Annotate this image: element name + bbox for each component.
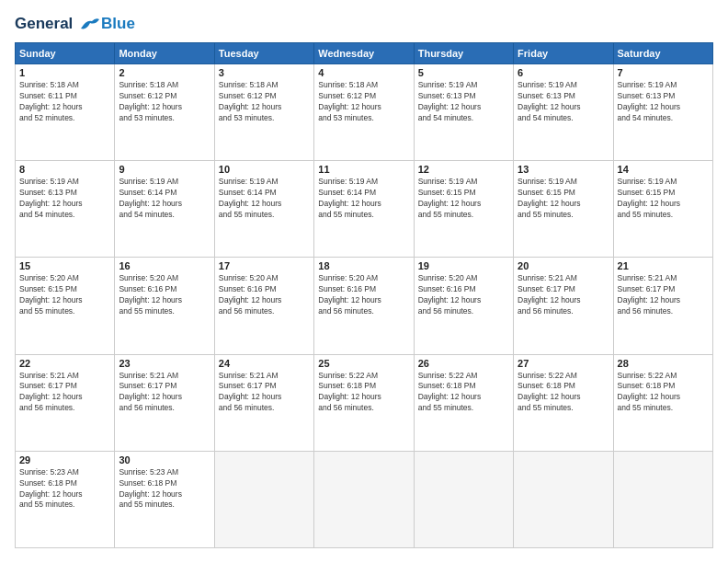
day-info: Sunrise: 5:22 AM Sunset: 6:18 PM Dayligh… [318,371,409,415]
sunrise-label: Sunrise: 5:18 AM [318,80,378,89]
daylight-label: Daylight: 12 hours [119,295,182,304]
sunrise-label: Sunrise: 5:18 AM [219,80,279,89]
daylight-minutes: and 55 minutes. [318,210,373,219]
sunrise-label: Sunrise: 5:20 AM [119,273,178,282]
calendar-day-cell: 26 Sunrise: 5:22 AM Sunset: 6:18 PM Dayl… [414,354,513,451]
sunrise-label: Sunrise: 5:19 AM [418,177,478,186]
logo-text-blue: Blue [101,15,135,33]
day-info: Sunrise: 5:22 AM Sunset: 6:18 PM Dayligh… [518,371,609,415]
day-number: 1 [19,67,110,78]
calendar-day-cell: 5 Sunrise: 5:19 AM Sunset: 6:13 PM Dayli… [414,64,513,161]
calendar-day-cell: 19 Sunrise: 5:20 AM Sunset: 6:16 PM Dayl… [414,258,513,354]
sunrise-label: Sunrise: 5:22 AM [418,371,478,380]
calendar-day-cell: 18 Sunrise: 5:20 AM Sunset: 6:16 PM Dayl… [314,258,414,354]
daylight-minutes: and 54 minutes. [119,210,174,219]
sunrise-label: Sunrise: 5:19 AM [119,177,178,186]
calendar-day-cell: 27 Sunrise: 5:22 AM Sunset: 6:18 PM Dayl… [514,354,613,451]
daylight-minutes: and 55 minutes. [618,403,673,412]
day-info: Sunrise: 5:20 AM Sunset: 6:16 PM Dayligh… [418,273,509,317]
day-info: Sunrise: 5:23 AM Sunset: 6:18 PM Dayligh… [19,467,110,511]
logo-text-general: General [15,15,73,32]
daylight-minutes: and 55 minutes. [418,403,473,412]
sunset-label: Sunset: 6:14 PM [318,188,376,197]
daylight-label: Daylight: 12 hours [418,199,482,208]
daylight-label: Daylight: 12 hours [418,392,482,401]
daylight-minutes: and 54 minutes. [19,210,74,219]
sunset-label: Sunset: 6:11 PM [19,91,77,100]
sunrise-label: Sunrise: 5:22 AM [518,371,577,380]
calendar-day-cell: 23 Sunrise: 5:21 AM Sunset: 6:17 PM Dayl… [115,354,214,451]
day-number: 7 [618,67,709,78]
sunset-label: Sunset: 6:15 PM [618,188,676,197]
day-info: Sunrise: 5:19 AM Sunset: 6:13 PM Dayligh… [418,80,509,124]
day-info: Sunrise: 5:19 AM Sunset: 6:13 PM Dayligh… [518,80,609,124]
day-number: 2 [119,67,210,78]
sunrise-label: Sunrise: 5:19 AM [19,177,79,186]
calendar-day-cell: 30 Sunrise: 5:23 AM Sunset: 6:18 PM Dayl… [115,451,214,547]
calendar-day-cell: 11 Sunrise: 5:19 AM Sunset: 6:14 PM Dayl… [314,161,414,258]
calendar-header-friday: Friday [514,43,613,64]
daylight-minutes: and 56 minutes. [219,403,274,412]
daylight-label: Daylight: 12 hours [318,102,381,111]
sunrise-label: Sunrise: 5:20 AM [418,273,478,282]
daylight-label: Daylight: 12 hours [119,102,182,111]
daylight-minutes: and 56 minutes. [318,306,373,316]
day-info: Sunrise: 5:19 AM Sunset: 6:14 PM Dayligh… [219,177,310,221]
day-info: Sunrise: 5:18 AM Sunset: 6:12 PM Dayligh… [318,80,409,124]
sunset-label: Sunset: 6:16 PM [219,284,277,293]
sunset-label: Sunset: 6:17 PM [119,381,176,390]
calendar-day-cell: 7 Sunrise: 5:19 AM Sunset: 6:13 PM Dayli… [613,64,712,161]
calendar-day-cell [214,451,313,547]
calendar-week-row: 22 Sunrise: 5:21 AM Sunset: 6:17 PM Dayl… [16,354,713,451]
calendar-week-row: 8 Sunrise: 5:19 AM Sunset: 6:13 PM Dayli… [16,161,713,258]
sunrise-label: Sunrise: 5:23 AM [19,467,79,477]
calendar-week-row: 29 Sunrise: 5:23 AM Sunset: 6:18 PM Dayl… [16,451,713,547]
sunrise-label: Sunrise: 5:19 AM [618,80,677,89]
daylight-minutes: and 55 minutes. [119,500,174,509]
daylight-minutes: and 54 minutes. [418,113,473,122]
day-info: Sunrise: 5:19 AM Sunset: 6:15 PM Dayligh… [518,177,609,221]
calendar-week-row: 15 Sunrise: 5:20 AM Sunset: 6:15 PM Dayl… [16,258,713,354]
sunrise-label: Sunrise: 5:21 AM [618,273,677,282]
calendar-table: SundayMondayTuesdayWednesdayThursdayFrid… [15,42,713,548]
daylight-minutes: and 55 minutes. [418,210,473,219]
daylight-minutes: and 56 minutes. [119,403,174,412]
sunrise-label: Sunrise: 5:18 AM [119,80,178,89]
day-number: 15 [19,260,110,271]
daylight-label: Daylight: 12 hours [318,392,381,401]
calendar-day-cell: 17 Sunrise: 5:20 AM Sunset: 6:16 PM Dayl… [214,258,313,354]
sunset-label: Sunset: 6:17 PM [618,284,676,293]
sunset-label: Sunset: 6:15 PM [518,188,575,197]
daylight-minutes: and 53 minutes. [119,113,174,122]
sunrise-label: Sunrise: 5:22 AM [318,371,378,380]
day-number: 30 [119,454,210,465]
daylight-minutes: and 55 minutes. [19,500,74,509]
daylight-minutes: and 56 minutes. [518,306,573,316]
daylight-label: Daylight: 12 hours [19,392,83,401]
daylight-minutes: and 55 minutes. [219,210,274,219]
daylight-label: Daylight: 12 hours [219,102,282,111]
calendar-day-cell [314,451,414,547]
day-info: Sunrise: 5:18 AM Sunset: 6:11 PM Dayligh… [19,80,110,124]
day-number: 6 [518,67,609,78]
sunset-label: Sunset: 6:13 PM [518,91,575,100]
sunrise-label: Sunrise: 5:21 AM [219,371,279,380]
day-info: Sunrise: 5:19 AM Sunset: 6:15 PM Dayligh… [418,177,509,221]
sunset-label: Sunset: 6:18 PM [119,478,176,488]
daylight-label: Daylight: 12 hours [19,199,83,208]
daylight-label: Daylight: 12 hours [19,489,83,499]
sunrise-label: Sunrise: 5:20 AM [318,273,378,282]
calendar-day-cell: 13 Sunrise: 5:19 AM Sunset: 6:15 PM Dayl… [514,161,613,258]
daylight-label: Daylight: 12 hours [418,295,482,304]
page-header: General Blue [15,15,713,33]
sunset-label: Sunset: 6:18 PM [418,381,476,390]
day-info: Sunrise: 5:20 AM Sunset: 6:16 PM Dayligh… [219,273,310,317]
sunset-label: Sunset: 6:12 PM [318,91,376,100]
day-number: 24 [219,358,310,369]
sunset-label: Sunset: 6:18 PM [318,381,376,390]
calendar-header-monday: Monday [115,43,214,64]
sunrise-label: Sunrise: 5:22 AM [618,371,677,380]
day-number: 27 [518,358,609,369]
day-number: 8 [19,164,110,175]
day-number: 5 [418,67,509,78]
